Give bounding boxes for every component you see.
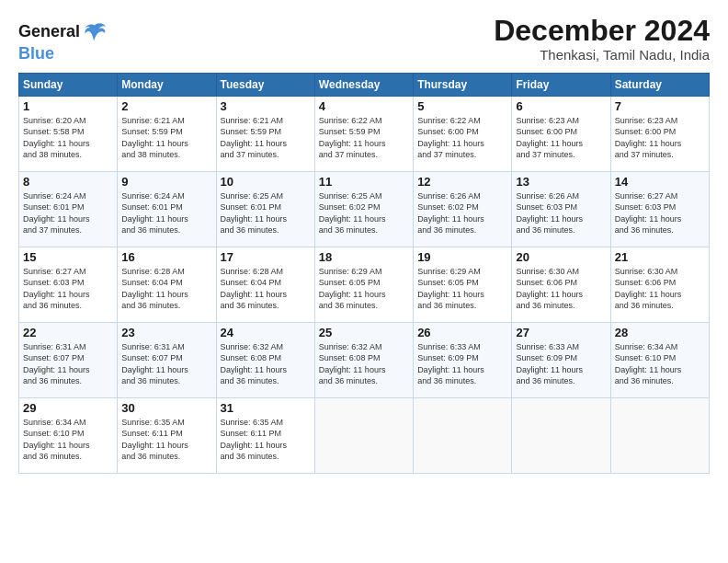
day-cell: 18Sunrise: 6:29 AM Sunset: 6:05 PM Dayli… (314, 247, 413, 322)
day-number: 17 (221, 250, 311, 264)
day-info: Sunrise: 6:25 AM Sunset: 6:01 PM Dayligh… (221, 190, 311, 236)
day-number: 27 (516, 326, 606, 339)
day-info: Sunrise: 6:27 AM Sunset: 6:03 PM Dayligh… (615, 190, 705, 236)
day-info: Sunrise: 6:28 AM Sunset: 6:04 PM Dayligh… (221, 266, 311, 312)
week-row-3: 15Sunrise: 6:27 AM Sunset: 6:03 PM Dayli… (19, 247, 710, 322)
day-number: 4 (319, 99, 409, 113)
day-number: 23 (121, 326, 211, 339)
day-number: 2 (121, 99, 211, 113)
day-cell: 26Sunrise: 6:33 AM Sunset: 6:09 PM Dayli… (414, 322, 512, 397)
day-info: Sunrise: 6:33 AM Sunset: 6:09 PM Dayligh… (516, 341, 606, 387)
day-number: 26 (417, 326, 507, 339)
day-cell: 4Sunrise: 6:22 AM Sunset: 5:59 PM Daylig… (314, 96, 413, 171)
day-info: Sunrise: 6:23 AM Sunset: 6:00 PM Dayligh… (516, 115, 606, 161)
day-number: 1 (23, 99, 113, 113)
logo-general: General (18, 22, 80, 40)
day-info: Sunrise: 6:20 AM Sunset: 5:58 PM Dayligh… (23, 115, 113, 161)
day-cell: 28Sunrise: 6:34 AM Sunset: 6:10 PM Dayli… (610, 322, 709, 397)
header-cell-tuesday: Tuesday (216, 73, 314, 96)
day-info: Sunrise: 6:22 AM Sunset: 6:00 PM Dayligh… (417, 115, 507, 161)
page: General Blue December 2024 Thenkasi, Tam… (0, 0, 728, 563)
day-number: 14 (615, 175, 705, 189)
day-cell: 14Sunrise: 6:27 AM Sunset: 6:03 PM Dayli… (610, 171, 709, 247)
day-number: 5 (417, 99, 507, 113)
day-info: Sunrise: 6:30 AM Sunset: 6:06 PM Dayligh… (516, 266, 606, 312)
day-cell: 6Sunrise: 6:23 AM Sunset: 6:00 PM Daylig… (512, 96, 610, 171)
day-number: 8 (23, 175, 113, 189)
day-number: 12 (417, 175, 507, 189)
day-info: Sunrise: 6:22 AM Sunset: 5:59 PM Dayligh… (319, 115, 409, 161)
header: General Blue December 2024 Thenkasi, Tam… (18, 15, 710, 63)
day-cell: 15Sunrise: 6:27 AM Sunset: 6:03 PM Dayli… (19, 247, 118, 322)
day-cell: 22Sunrise: 6:31 AM Sunset: 6:07 PM Dayli… (19, 322, 118, 397)
logo-blue: Blue (18, 44, 108, 63)
day-info: Sunrise: 6:27 AM Sunset: 6:03 PM Dayligh… (23, 266, 113, 312)
day-cell (314, 397, 413, 473)
day-info: Sunrise: 6:21 AM Sunset: 5:59 PM Dayligh… (221, 115, 311, 161)
day-number: 31 (221, 401, 311, 415)
day-cell: 11Sunrise: 6:25 AM Sunset: 6:02 PM Dayli… (314, 171, 413, 247)
week-row-1: 1Sunrise: 6:20 AM Sunset: 5:58 PM Daylig… (19, 96, 710, 171)
day-number: 11 (319, 175, 409, 189)
day-cell: 17Sunrise: 6:28 AM Sunset: 6:04 PM Dayli… (216, 247, 314, 322)
week-row-4: 22Sunrise: 6:31 AM Sunset: 6:07 PM Dayli… (19, 322, 710, 397)
day-info: Sunrise: 6:32 AM Sunset: 6:08 PM Dayligh… (319, 341, 409, 387)
day-cell: 25Sunrise: 6:32 AM Sunset: 6:08 PM Dayli… (314, 322, 413, 397)
day-cell: 20Sunrise: 6:30 AM Sunset: 6:06 PM Dayli… (512, 247, 610, 322)
header-cell-saturday: Saturday (610, 73, 709, 96)
day-info: Sunrise: 6:35 AM Sunset: 6:11 PM Dayligh… (121, 417, 211, 463)
month-title: December 2024 (494, 15, 710, 47)
day-cell: 9Sunrise: 6:24 AM Sunset: 6:01 PM Daylig… (118, 171, 216, 247)
day-number: 28 (615, 326, 705, 339)
day-number: 16 (121, 250, 211, 264)
day-info: Sunrise: 6:26 AM Sunset: 6:02 PM Dayligh… (417, 190, 507, 236)
day-cell: 21Sunrise: 6:30 AM Sunset: 6:06 PM Dayli… (610, 247, 709, 322)
day-number: 30 (121, 401, 211, 415)
day-cell: 12Sunrise: 6:26 AM Sunset: 6:02 PM Dayli… (414, 171, 512, 247)
day-cell: 3Sunrise: 6:21 AM Sunset: 5:59 PM Daylig… (216, 96, 314, 171)
day-info: Sunrise: 6:35 AM Sunset: 6:11 PM Dayligh… (221, 417, 311, 463)
day-number: 6 (516, 99, 606, 113)
day-number: 10 (221, 175, 311, 189)
day-cell: 30Sunrise: 6:35 AM Sunset: 6:11 PM Dayli… (118, 397, 216, 473)
header-cell-wednesday: Wednesday (314, 73, 413, 96)
day-number: 3 (221, 99, 311, 113)
header-row: SundayMondayTuesdayWednesdayThursdayFrid… (19, 73, 710, 96)
day-info: Sunrise: 6:25 AM Sunset: 6:02 PM Dayligh… (319, 190, 409, 236)
day-info: Sunrise: 6:31 AM Sunset: 6:07 PM Dayligh… (23, 341, 113, 387)
day-info: Sunrise: 6:31 AM Sunset: 6:07 PM Dayligh… (121, 341, 211, 387)
day-info: Sunrise: 6:26 AM Sunset: 6:03 PM Dayligh… (516, 190, 606, 236)
title-block: December 2024 Thenkasi, Tamil Nadu, Indi… (494, 15, 710, 63)
day-cell (512, 397, 610, 473)
day-cell: 16Sunrise: 6:28 AM Sunset: 6:04 PM Dayli… (118, 247, 216, 322)
day-info: Sunrise: 6:23 AM Sunset: 6:00 PM Dayligh… (615, 115, 705, 161)
day-info: Sunrise: 6:29 AM Sunset: 6:05 PM Dayligh… (319, 266, 409, 312)
day-cell: 29Sunrise: 6:34 AM Sunset: 6:10 PM Dayli… (19, 397, 118, 473)
day-cell: 27Sunrise: 6:33 AM Sunset: 6:09 PM Dayli… (512, 322, 610, 397)
calendar-table: SundayMondayTuesdayWednesdayThursdayFrid… (18, 73, 710, 474)
day-info: Sunrise: 6:24 AM Sunset: 6:01 PM Dayligh… (23, 190, 113, 236)
location-subtitle: Thenkasi, Tamil Nadu, India (494, 47, 710, 63)
day-number: 19 (417, 250, 507, 264)
day-info: Sunrise: 6:29 AM Sunset: 6:05 PM Dayligh… (417, 266, 507, 312)
header-cell-friday: Friday (512, 73, 610, 96)
day-cell: 24Sunrise: 6:32 AM Sunset: 6:08 PM Dayli… (216, 322, 314, 397)
week-row-5: 29Sunrise: 6:34 AM Sunset: 6:10 PM Dayli… (19, 397, 710, 473)
day-number: 13 (516, 175, 606, 189)
day-cell: 2Sunrise: 6:21 AM Sunset: 5:59 PM Daylig… (118, 96, 216, 171)
day-cell: 13Sunrise: 6:26 AM Sunset: 6:03 PM Dayli… (512, 171, 610, 247)
day-number: 25 (319, 326, 409, 339)
day-info: Sunrise: 6:28 AM Sunset: 6:04 PM Dayligh… (121, 266, 211, 312)
day-cell: 5Sunrise: 6:22 AM Sunset: 6:00 PM Daylig… (414, 96, 512, 171)
day-cell (610, 397, 709, 473)
day-cell (414, 397, 512, 473)
day-number: 29 (23, 401, 113, 415)
header-cell-monday: Monday (118, 73, 216, 96)
day-info: Sunrise: 6:34 AM Sunset: 6:10 PM Dayligh… (23, 417, 113, 463)
day-number: 15 (23, 250, 113, 264)
day-cell: 8Sunrise: 6:24 AM Sunset: 6:01 PM Daylig… (19, 171, 118, 247)
logo-bird-icon (82, 18, 108, 44)
day-number: 18 (319, 250, 409, 264)
day-number: 9 (121, 175, 211, 189)
day-info: Sunrise: 6:30 AM Sunset: 6:06 PM Dayligh… (615, 266, 705, 312)
